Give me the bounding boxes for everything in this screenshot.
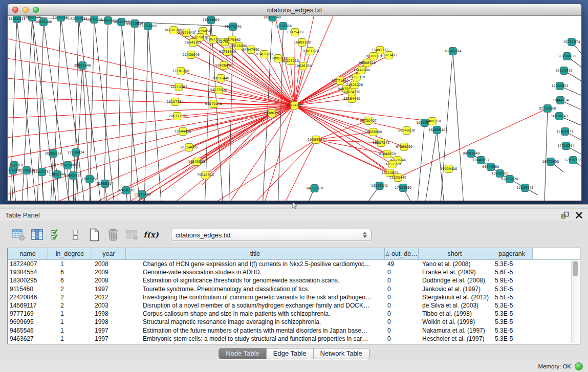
table-cell[interactable]: 1 bbox=[48, 310, 92, 317]
graph-node[interactable]: 17957255 bbox=[81, 176, 98, 183]
table-cell[interactable]: 1997 bbox=[92, 286, 126, 293]
graph-node[interactable]: 16949657 bbox=[472, 157, 489, 164]
graph-node[interactable]: 17359924 bbox=[68, 149, 84, 157]
column-header-title[interactable]: title bbox=[126, 248, 385, 259]
table-row[interactable]: 2242004622012Investigating the contribut… bbox=[8, 293, 580, 301]
graph-node[interactable]: 96949580 bbox=[482, 163, 499, 171]
graph-node[interactable]: 93299660 bbox=[558, 53, 575, 60]
column-header-year[interactable]: year bbox=[92, 248, 126, 259]
graph-node[interactable]: 92428480 bbox=[215, 62, 232, 70]
table-cell[interactable]: 5.3E-5 bbox=[491, 318, 533, 325]
table-cell[interactable]: 14569117 bbox=[8, 302, 48, 309]
table-cell[interactable]: 5.3E-5 bbox=[491, 310, 533, 317]
graph-node[interactable]: 20206535 bbox=[45, 150, 62, 158]
table-cell[interactable]: 1998 bbox=[92, 310, 126, 317]
graph-node[interactable]: 16960331 bbox=[8, 16, 25, 23]
table-cell[interactable]: Wolkin et al. (1998) bbox=[419, 318, 491, 325]
table-row[interactable]: 1456911722003Disruption of a novel membe… bbox=[8, 301, 580, 310]
citation-edge-black[interactable] bbox=[453, 51, 464, 201]
citation-edge-red[interactable] bbox=[398, 108, 548, 178]
table-cell[interactable]: Nakamura et al. (1997) bbox=[419, 327, 491, 334]
table-cell[interactable]: 2008 bbox=[92, 277, 126, 284]
select-all-icon[interactable] bbox=[49, 228, 63, 242]
table-row[interactable]: 1872400712008Changes of HCN gene express… bbox=[8, 260, 580, 268]
table-cell[interactable]: 2003 bbox=[92, 302, 126, 309]
close-panel-icon[interactable] bbox=[575, 211, 583, 219]
table-cell[interactable]: 5.5E-5 bbox=[491, 294, 533, 301]
table-row[interactable]: 1938455462009Genome-wide association stu… bbox=[8, 268, 580, 276]
graph-node[interactable]: 15135141 bbox=[371, 182, 388, 190]
table-cell[interactable]: Tibbo et al. (1998) bbox=[419, 310, 491, 317]
table-cell[interactable]: Embryonic stem cells: a model to study s… bbox=[126, 335, 385, 342]
table-cell[interactable]: 1 bbox=[48, 327, 92, 334]
column-properties-icon[interactable] bbox=[30, 228, 45, 242]
citation-edge-black[interactable] bbox=[90, 19, 94, 201]
table-cell[interactable]: Yano et al. (2008) bbox=[419, 260, 491, 268]
table-cell[interactable]: 0 bbox=[385, 302, 419, 309]
graph-node[interactable]: 27181260 bbox=[172, 68, 189, 75]
table-cell[interactable]: 2012 bbox=[92, 294, 126, 301]
table-cell[interactable]: 2009 bbox=[92, 269, 126, 276]
graph-node[interactable]: 15692971 bbox=[556, 128, 573, 136]
graph-node[interactable]: 78572240 bbox=[225, 23, 242, 31]
table-cell[interactable]: 5.3E-5 bbox=[491, 327, 533, 334]
graph-node[interactable]: 16770350 bbox=[542, 158, 559, 166]
citation-edge-black[interactable] bbox=[425, 130, 437, 201]
table-cell[interactable]: 9777169 bbox=[8, 310, 48, 317]
graph-node[interactable]: 92450120 bbox=[501, 176, 518, 183]
citation-edge-red[interactable] bbox=[290, 61, 294, 105]
table-row[interactable]: 911546021997Tourette syndrome. Phenomeno… bbox=[8, 285, 580, 293]
graph-node[interactable]: 13325419 bbox=[287, 29, 303, 36]
table-cell[interactable]: 0 bbox=[385, 327, 419, 334]
table-cell[interactable]: Disruption of a novel member of a sodium… bbox=[126, 302, 385, 309]
graph-node[interactable]: 17334260 bbox=[395, 184, 411, 192]
graph-node[interactable]: 16033809 bbox=[203, 16, 220, 24]
table-cell[interactable]: 9115460 bbox=[8, 286, 48, 293]
citation-edge-red[interactable] bbox=[295, 105, 393, 164]
citation-edge-red[interactable] bbox=[316, 140, 381, 143]
table-cell[interactable]: Franke et al. (2009) bbox=[419, 269, 491, 276]
table-cell[interactable]: Jankovic et al. (1997) bbox=[419, 286, 491, 293]
graph-node[interactable]: 13505135 bbox=[65, 172, 82, 180]
graph-node[interactable]: 88130540 bbox=[264, 16, 281, 21]
table-cell[interactable]: 2 bbox=[48, 294, 92, 301]
table-cell[interactable]: 6 bbox=[48, 269, 92, 276]
column-header-name[interactable]: name bbox=[8, 248, 48, 259]
tab-network-table[interactable]: Network Table bbox=[313, 348, 369, 359]
table-cell[interactable]: 0 bbox=[385, 318, 419, 325]
graph-node[interactable]: 16648784 bbox=[444, 48, 461, 55]
table-selector-dropdown[interactable]: citations_edges.txt bbox=[171, 229, 372, 241]
table-cell[interactable]: 18300295 bbox=[8, 277, 48, 284]
citation-edge-red[interactable] bbox=[8, 105, 295, 139]
citation-edge-red[interactable] bbox=[8, 77, 295, 105]
table-cell[interactable]: Stergiakouli et al. (2012) bbox=[419, 294, 491, 301]
table-cell[interactable]: Dudbridge et al. (2008) bbox=[419, 277, 491, 284]
column-header-pagerank[interactable]: pagerank bbox=[491, 248, 533, 259]
create-table-icon[interactable] bbox=[87, 228, 101, 242]
table-cell[interactable]: Investigating the contribution of common… bbox=[126, 294, 385, 301]
close-window-button[interactable] bbox=[12, 7, 18, 13]
table-cell[interactable]: Structural magnetic resonance image aver… bbox=[126, 318, 385, 325]
graph-node[interactable]: 18107554 bbox=[167, 98, 184, 106]
graph-node[interactable]: 96549230 bbox=[398, 127, 415, 135]
graph-node[interactable]: 19909400 bbox=[440, 165, 457, 173]
graph-node[interactable]: 92273430 bbox=[555, 67, 572, 75]
graph-node[interactable]: 16409310 bbox=[294, 39, 311, 47]
table-cell[interactable]: 22420046 bbox=[8, 294, 48, 301]
table-cell[interactable]: 0 bbox=[385, 335, 419, 342]
table-cell[interactable]: Corpus callosum shape and size in male p… bbox=[126, 310, 385, 317]
table-row[interactable]: 1830029562008Estimation of significance … bbox=[8, 276, 580, 285]
graph-node[interactable]: 16961720 bbox=[302, 48, 319, 55]
float-window-icon[interactable] bbox=[560, 211, 569, 220]
graph-node[interactable]: 20053346 bbox=[74, 62, 91, 70]
citation-edge-black[interactable] bbox=[79, 18, 101, 201]
table-cell[interactable]: 18724007 bbox=[8, 260, 48, 268]
delete-rows-icon[interactable] bbox=[106, 228, 120, 242]
graph-node[interactable]: 92450130 bbox=[118, 187, 135, 194]
citation-edge-black[interactable] bbox=[437, 130, 444, 201]
scrollbar-thumb[interactable] bbox=[573, 261, 578, 276]
table-cell[interactable]: de Silva et al. (2003) bbox=[419, 302, 491, 309]
table-cell[interactable]: 9699695 bbox=[8, 318, 48, 325]
column-header-out-de-[interactable]: △out_de… bbox=[385, 248, 419, 259]
table-cell[interactable]: 49 bbox=[385, 260, 419, 268]
